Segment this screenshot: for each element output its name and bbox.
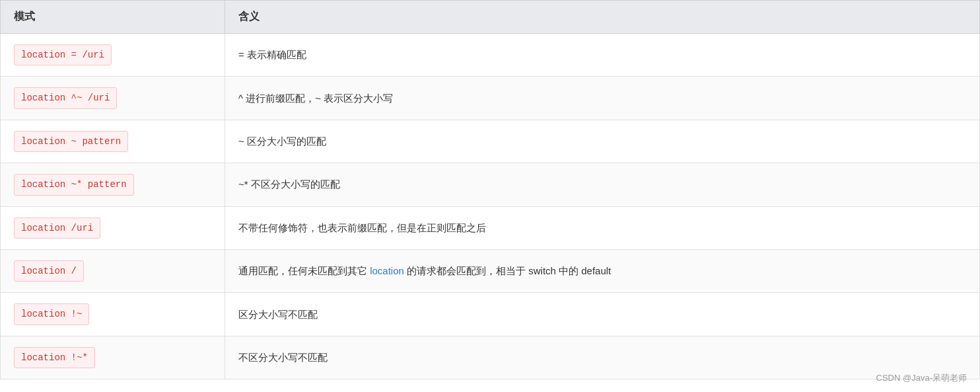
pattern-cell: location ~* pattern [1,163,225,206]
table-row: location ~ pattern~ 区分大小写的匹配 [1,120,980,163]
page-wrapper: 模式 含义 location = /uri= 表示精确匹配location ^~… [0,0,980,392]
code-tag: location ~ pattern [14,131,128,152]
pattern-cell: location /uri [1,206,225,249]
meaning-cell: 通用匹配，任何未匹配到其它 location 的请求都会匹配到，相当于 swit… [225,249,980,292]
meaning-cell: ^ 进行前缀匹配，~ 表示区分大小写 [225,77,980,120]
code-tag: location ~* pattern [14,174,134,195]
footer-credit: CSDN @Java-呆萌老师 [876,372,967,384]
code-tag: location !~* [14,347,95,368]
header-pattern: 模式 [1,1,225,34]
code-tag: location /uri [14,217,100,239]
table-row: location ^~ /uri^ 进行前缀匹配，~ 表示区分大小写 [1,77,980,120]
meaning-cell: 不区分大小写不匹配 [225,336,980,379]
location-link: location [370,265,404,276]
meaning-cell: 区分大小写不匹配 [225,293,980,336]
table-header-row: 模式 含义 [1,1,980,34]
code-tag: location ^~ /uri [14,87,117,108]
table-row: location !~*不区分大小写不匹配 [1,336,980,379]
meaning-cell: ~* 不区分大小写的匹配 [225,163,980,206]
pattern-cell: location !~* [1,336,225,379]
meaning-cell: ~ 区分大小写的匹配 [225,120,980,163]
table-row: location = /uri= 表示精确匹配 [1,34,980,77]
table-row: location ~* pattern~* 不区分大小写的匹配 [1,163,980,206]
meaning-cell: = 表示精确匹配 [225,34,980,77]
meaning-cell: 不带任何修饰符，也表示前缀匹配，但是在正则匹配之后 [225,206,980,249]
code-tag: location !~ [14,303,89,325]
header-meaning: 含义 [225,1,980,34]
table-row: location !~区分大小写不匹配 [1,293,980,336]
location-table: 模式 含义 location = /uri= 表示精确匹配location ^~… [0,0,980,379]
pattern-cell: location / [1,249,225,292]
pattern-cell: location ^~ /uri [1,77,225,120]
table-row: location /通用匹配，任何未匹配到其它 location 的请求都会匹配… [1,249,980,292]
pattern-cell: location !~ [1,293,225,336]
pattern-cell: location ~ pattern [1,120,225,163]
pattern-cell: location = /uri [1,34,225,77]
table-row: location /uri不带任何修饰符，也表示前缀匹配，但是在正则匹配之后 [1,206,980,249]
code-tag: location / [14,260,84,282]
code-tag: location = /uri [14,44,112,65]
